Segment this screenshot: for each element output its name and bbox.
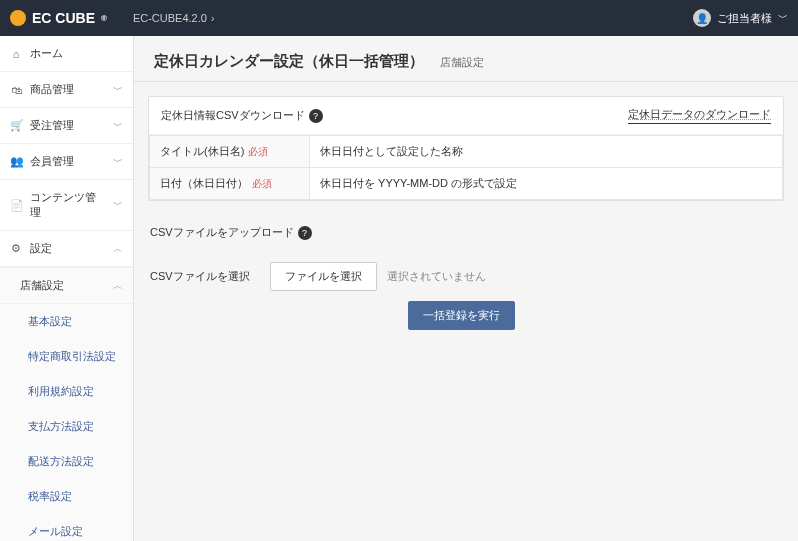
chevron-down-icon: ﹀	[113, 155, 123, 169]
cell-value: 休日日付として設定した名称	[310, 136, 783, 168]
logo: EC CUBE®	[10, 10, 107, 26]
page-breadcrumb: 店舗設定	[440, 55, 484, 70]
cell-value: 休日日付を YYYY-MM-DD の形式で設定	[310, 168, 783, 200]
sidebar-item-orders[interactable]: 🛒受注管理﹀	[0, 108, 133, 144]
sidebar-item-contents[interactable]: 📄コンテンツ管理﹀	[0, 180, 133, 231]
download-link[interactable]: 定休日データのダウンロード	[628, 107, 771, 124]
main-content: 定休日カレンダー設定（休日一括管理） 店舗設定 定休日情報CSVダウンロード ?…	[134, 36, 798, 541]
sidebar-sub-tax[interactable]: 税率設定	[0, 479, 133, 514]
page-header: 定休日カレンダー設定（休日一括管理） 店舗設定	[134, 36, 798, 82]
sidebar-subhead-shop[interactable]: 店舗設定︿	[0, 268, 133, 304]
sidebar-item-home[interactable]: ⌂ホーム	[0, 36, 133, 72]
cell-label: 日付（休日日付）必須	[150, 168, 310, 200]
panel-csv-download-header: 定休日情報CSVダウンロード ? 定休日データのダウンロード	[149, 97, 783, 135]
home-icon: ⌂	[10, 48, 22, 60]
logo-icon	[10, 10, 26, 26]
sidebar: ⌂ホーム 🛍商品管理﹀ 🛒受注管理﹀ 👥会員管理﹀ 📄コンテンツ管理﹀ ⚙設定︿…	[0, 36, 134, 541]
panel-csv-upload: CSVファイルをアップロード ? CSVファイルを選択 ファイルを選択 選択され…	[148, 215, 784, 342]
file-select-row: CSVファイルを選択 ファイルを選択 選択されていません	[150, 262, 772, 291]
chevron-down-icon: ﹀	[113, 119, 123, 133]
sidebar-sub-payment[interactable]: 支払方法設定	[0, 409, 133, 444]
sidebar-item-settings[interactable]: ⚙設定︿	[0, 231, 133, 267]
panel-csv-upload-header: CSVファイルをアップロード ?	[148, 215, 784, 250]
cell-label: タイトル(休日名)必須	[150, 136, 310, 168]
user-icon: 👤	[693, 9, 711, 27]
help-icon[interactable]: ?	[298, 226, 312, 240]
brand-text: EC CUBE	[32, 10, 95, 26]
sidebar-sub-tradelaw[interactable]: 特定商取引法設定	[0, 339, 133, 374]
users-icon: 👥	[10, 155, 22, 168]
panel-csv-download: 定休日情報CSVダウンロード ? 定休日データのダウンロード タイトル(休日名)…	[148, 96, 784, 201]
user-menu[interactable]: 👤 ご担当者様 ﹀	[693, 9, 788, 27]
sidebar-sub-mail[interactable]: メール設定	[0, 514, 133, 541]
bag-icon: 🛍	[10, 84, 22, 96]
chevron-down-icon: ﹀	[113, 83, 123, 97]
chevron-up-icon: ︿	[113, 242, 123, 256]
bulk-register-button[interactable]: 一括登録を実行	[408, 301, 515, 330]
cart-icon: 🛒	[10, 119, 22, 132]
chevron-down-icon: ﹀	[113, 198, 123, 212]
csv-spec-table: タイトル(休日名)必須 休日日付として設定した名称 日付（休日日付）必須 休日日…	[149, 135, 783, 200]
sidebar-sub-delivery[interactable]: 配送方法設定	[0, 444, 133, 479]
chevron-right-icon: ›	[211, 13, 214, 24]
page-icon: 📄	[10, 199, 22, 212]
gear-icon: ⚙	[10, 242, 22, 255]
help-icon[interactable]: ?	[309, 109, 323, 123]
table-row: タイトル(休日名)必須 休日日付として設定した名称	[150, 136, 783, 168]
sidebar-item-products[interactable]: 🛍商品管理﹀	[0, 72, 133, 108]
file-select-label: CSVファイルを選択	[150, 269, 260, 284]
version-link[interactable]: EC-CUBE4.2.0 ›	[133, 12, 214, 24]
sidebar-shop-settings: 店舗設定︿ 基本設定 特定商取引法設定 利用規約設定 支払方法設定 配送方法設定…	[0, 268, 133, 541]
topbar: EC CUBE® EC-CUBE4.2.0 › 👤 ご担当者様 ﹀	[0, 0, 798, 36]
file-choose-button[interactable]: ファイルを選択	[270, 262, 377, 291]
file-status-text: 選択されていません	[387, 269, 486, 284]
page-title: 定休日カレンダー設定（休日一括管理）	[154, 52, 424, 71]
chevron-up-icon: ︿	[113, 279, 123, 293]
chevron-down-icon: ﹀	[778, 11, 788, 25]
sidebar-item-members[interactable]: 👥会員管理﹀	[0, 144, 133, 180]
sidebar-sub-basic[interactable]: 基本設定	[0, 304, 133, 339]
table-row: 日付（休日日付）必須 休日日付を YYYY-MM-DD の形式で設定	[150, 168, 783, 200]
sidebar-sub-terms[interactable]: 利用規約設定	[0, 374, 133, 409]
